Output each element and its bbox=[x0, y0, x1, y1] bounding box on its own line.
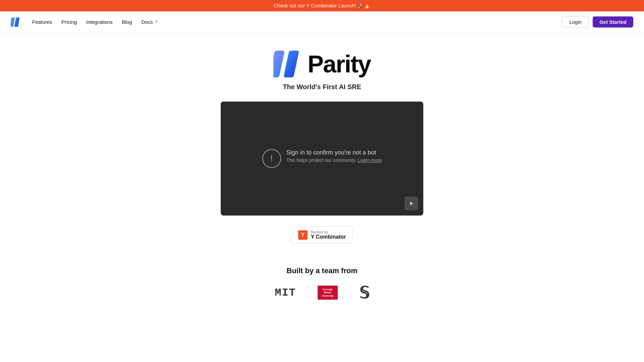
warning-icon: ! bbox=[262, 149, 281, 168]
external-link-icon: ↗ bbox=[154, 19, 158, 24]
university-logos: MIT CarnegieMellonUniversity 𝕊 bbox=[5, 283, 639, 302]
hero-section: Parity The World's First AI SRE ! Sign i… bbox=[0, 33, 644, 266]
svg-rect-0 bbox=[11, 17, 15, 27]
nav-blog[interactable]: Blog bbox=[122, 19, 132, 25]
yc-backed-by: Backed by bbox=[311, 230, 346, 234]
built-by-title: Built by a team from bbox=[5, 266, 639, 275]
nav-links: Features Pricing Integrations Blog Docs … bbox=[32, 19, 562, 25]
nav-integrations[interactable]: Integrations bbox=[86, 19, 112, 25]
get-started-button[interactable]: Get Started bbox=[593, 16, 633, 27]
svg-rect-1 bbox=[14, 17, 20, 27]
hero-logo: Parity bbox=[273, 49, 371, 79]
hero-subtitle: The World's First AI SRE bbox=[283, 83, 361, 91]
nav-pricing[interactable]: Pricing bbox=[61, 19, 77, 25]
svg-rect-3 bbox=[283, 51, 299, 77]
video-sign-in-sub: This helps protect our community. Learn … bbox=[286, 158, 382, 163]
video-message: ! Sign in to confirm you're not a bot Th… bbox=[256, 142, 389, 175]
mit-logo: MIT bbox=[275, 287, 296, 299]
nav-docs[interactable]: Docs ↗ bbox=[141, 19, 157, 25]
video-play-button[interactable] bbox=[405, 197, 418, 210]
stanford-logo: 𝕊 bbox=[359, 283, 369, 302]
nav-features[interactable]: Features bbox=[32, 19, 52, 25]
yc-name: Y Combinator bbox=[311, 234, 346, 240]
video-sign-in-title: Sign in to confirm you're not a bot bbox=[286, 149, 382, 156]
announcement-banner[interactable]: Check out our Y Combinator Launch! 🚀🔥 bbox=[0, 0, 644, 11]
learn-more-link[interactable]: Learn more bbox=[358, 158, 382, 163]
main-nav: Features Pricing Integrations Blog Docs … bbox=[0, 11, 644, 33]
yc-badge: Y Backed by Y Combinator bbox=[291, 226, 353, 244]
yc-logo: Y bbox=[298, 230, 308, 240]
hero-logo-text: Parity bbox=[308, 50, 371, 78]
built-by-section: Built by a team from MIT CarnegieMellonU… bbox=[0, 266, 644, 315]
nav-actions: Login Get Started bbox=[562, 16, 633, 28]
cmu-logo: CarnegieMellonUniversity bbox=[318, 286, 338, 300]
nav-logo[interactable] bbox=[11, 17, 21, 27]
svg-rect-2 bbox=[273, 51, 285, 77]
video-embed: ! Sign in to confirm you're not a bot Th… bbox=[221, 102, 423, 216]
login-button[interactable]: Login bbox=[562, 16, 589, 28]
banner-text: Check out our Y Combinator Launch! 🚀🔥 bbox=[274, 3, 370, 8]
